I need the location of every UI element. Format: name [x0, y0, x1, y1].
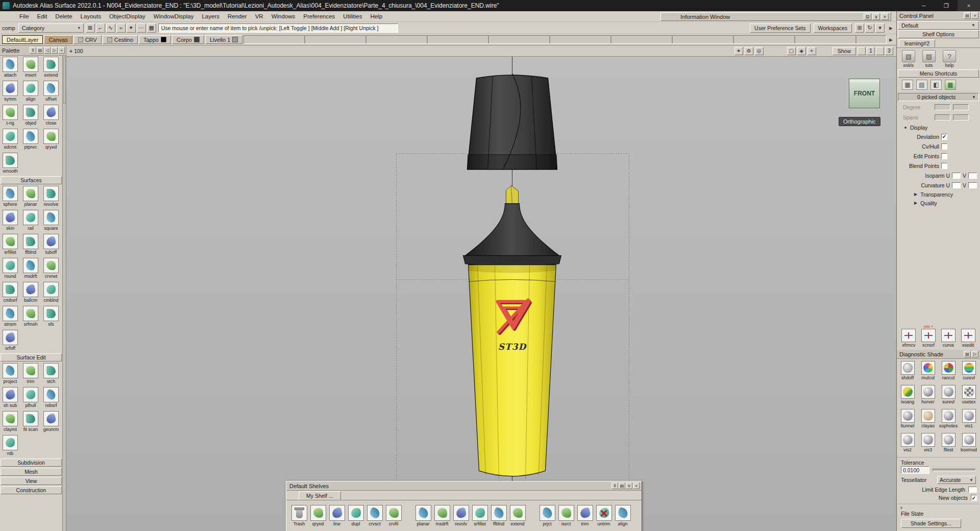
palette-section-header[interactable]: Mesh [1, 468, 62, 476]
shelf-tool[interactable]: qryed [309, 505, 327, 526]
viewport-window-box[interactable]: 1 [867, 47, 875, 55]
diagnostic-shade-tool[interactable]: ltunnel [897, 408, 918, 432]
information-window-titlebar[interactable]: Information Window ⊟ ∨ × [660, 12, 891, 21]
degree-field-2[interactable] [953, 104, 969, 110]
menu-item[interactable]: Layers [198, 12, 224, 20]
diagnostic-shade-tool[interactable]: usetex [959, 384, 979, 408]
menu-shortcut-icon[interactable]: ▤ [916, 80, 927, 90]
palette-tool[interactable]: ntb [0, 434, 20, 458]
user-preference-sets-button[interactable]: User Preference Sets [750, 23, 810, 33]
palette-tool[interactable]: close [41, 104, 61, 128]
diagnostic-shade-tool[interactable]: curevl [959, 360, 979, 384]
tolerance-slider[interactable] [933, 469, 976, 471]
display-section-header[interactable]: ▼ Display [897, 124, 980, 132]
palette-tool[interactable]: round [0, 257, 20, 281]
toolbar-icon[interactable]: ▦ [147, 23, 156, 33]
collapsed-section-header[interactable]: ▶ Quality [897, 199, 980, 207]
palette-tool[interactable]: align [20, 80, 41, 104]
minimize-button[interactable]: ─ [913, 0, 935, 11]
viewport-display-mode-icon[interactable]: ◈ [797, 47, 806, 55]
toolbar-right-icon[interactable]: ▾ [875, 23, 885, 33]
shelf-shortcut-tool[interactable]: ▨ tuts [922, 50, 936, 68]
layer-item[interactable]: DefaultLayer [2, 35, 43, 44]
menu-item[interactable]: Edit [33, 12, 52, 20]
toolbar-icon[interactable]: ≈ [116, 23, 126, 33]
palette-tool[interactable]: insert [20, 56, 41, 80]
diagnostic-shade-tool[interactable]: sophotes [938, 408, 959, 432]
shelf-options-button[interactable]: Shelf Options [898, 30, 979, 38]
palette-section-header[interactable]: Surfaces [1, 176, 62, 184]
toolbar-icon[interactable]: ∿ [106, 23, 115, 33]
palette-tool[interactable]: smooth [0, 152, 20, 176]
menu-item[interactable]: File [15, 12, 33, 20]
shelf-tool[interactable]: crvsct [366, 505, 383, 526]
palette-titlebar[interactable]: Palette ⇕ ▤ ◁ ▷ × [0, 45, 66, 56]
shelf-tool[interactable]: align [614, 505, 631, 526]
display-option-checkbox[interactable] [952, 173, 961, 179]
degree-field-1[interactable] [935, 104, 950, 110]
palette-tool[interactable]: srfoff [0, 329, 20, 353]
palette-tool[interactable]: skin [0, 209, 20, 233]
palette-tool[interactable]: objed [20, 104, 41, 128]
display-option-checkbox[interactable] [941, 163, 947, 169]
shelf-tool[interactable]: extend [509, 505, 526, 526]
shelf-tab-learning[interactable]: learning#2 [899, 39, 935, 47]
show-button[interactable]: Show [832, 47, 856, 55]
shelves-window-control-icon[interactable]: ▤ [619, 482, 625, 489]
palette-tool[interactable]: fit scan [20, 410, 41, 434]
edit-tool[interactable]: xfrmcv [901, 324, 916, 348]
diagnostic-shade-tool[interactable]: horver [918, 384, 938, 408]
information-window-control-icon[interactable]: ⊟ [864, 13, 871, 20]
menu-shortcut-icon[interactable]: ◧ [930, 80, 942, 90]
toolbar-icon[interactable]: ✦ [127, 23, 136, 33]
display-option-checkbox[interactable] [941, 143, 947, 150]
information-window-control-icon[interactable]: × [881, 13, 889, 20]
palette-tool[interactable]: srfmsh [20, 305, 41, 329]
diagnostic-shade-tool[interactable]: clayao [918, 408, 938, 432]
spans-field-1[interactable] [935, 114, 950, 120]
palette-header-icon[interactable]: ⇕ [30, 47, 36, 54]
palette-tool[interactable]: rebsrf [41, 386, 61, 410]
menu-item[interactable]: WindowDisplay [150, 12, 198, 20]
control-panel-titlebar[interactable]: Control Panel ▤ × [897, 11, 980, 20]
palette-tool[interactable]: revolve [41, 185, 61, 209]
palette-tool[interactable]: planar [20, 185, 41, 209]
palette-tool[interactable]: t-rig [0, 104, 20, 128]
diagnostic-shade-titlebar[interactable]: Diagnostic Shade ▤ ▷ [897, 350, 980, 359]
palette-tool[interactable]: geonrm [41, 410, 61, 434]
palette-tool[interactable]: symm [0, 80, 20, 104]
display-option-checkbox[interactable] [952, 182, 961, 188]
palette-tool[interactable]: ffblnd [20, 233, 41, 257]
tolerance-input[interactable]: 0.0100 [901, 466, 929, 474]
palette-tool[interactable]: offset [41, 80, 61, 104]
diagnostic-shade-tool[interactable]: vis1 [959, 408, 979, 432]
palette-tool[interactable]: rail [20, 209, 41, 233]
maximize-button[interactable]: ❐ [935, 0, 958, 11]
diagnostic-shade-tool[interactable]: mulcol [918, 360, 938, 384]
display-option-checkbox[interactable] [941, 134, 947, 140]
palette-tool[interactable]: project [0, 362, 20, 386]
viewport-camera-icon[interactable]: ◎ [755, 47, 764, 55]
diagnostic-shade-header-icon[interactable]: ▤ [964, 351, 971, 357]
palette-tool[interactable]: cmblnd [41, 281, 61, 305]
palette-tool[interactable]: sphere [0, 185, 20, 209]
shelf-shortcut-tool[interactable]: ? help [943, 50, 956, 68]
layer-item[interactable]: Livello 1 [205, 35, 242, 44]
v-field[interactable] [968, 182, 977, 188]
palette-tool[interactable]: srfillet [0, 233, 20, 257]
palette-tool[interactable]: extend [41, 56, 61, 80]
control-panel-header-icon[interactable]: × [971, 12, 978, 19]
toolbar-right-icon[interactable]: ↻ [865, 23, 874, 33]
palette-tool[interactable]: edcmt [0, 128, 20, 152]
palette-section-header[interactable]: Construction [1, 486, 62, 494]
palette-section-header[interactable]: Subdivision [1, 458, 62, 467]
palette-tool[interactable]: stnsm [0, 305, 20, 329]
menu-item[interactable]: Render [224, 12, 251, 20]
menu-item[interactable]: Utilities [339, 12, 366, 20]
palette-tool[interactable]: msdrft [20, 257, 41, 281]
toolbar-icon[interactable]: ⌐ [96, 23, 105, 33]
edit-tool[interactable]: xsedit [961, 324, 975, 348]
shelves-window-control-icon[interactable]: ∨ [626, 482, 632, 489]
shelves-titlebar[interactable]: Default Shelves ⇕ ▤ ∨ [286, 481, 642, 491]
viewport-camera-icon[interactable]: ⚙ [745, 47, 753, 55]
